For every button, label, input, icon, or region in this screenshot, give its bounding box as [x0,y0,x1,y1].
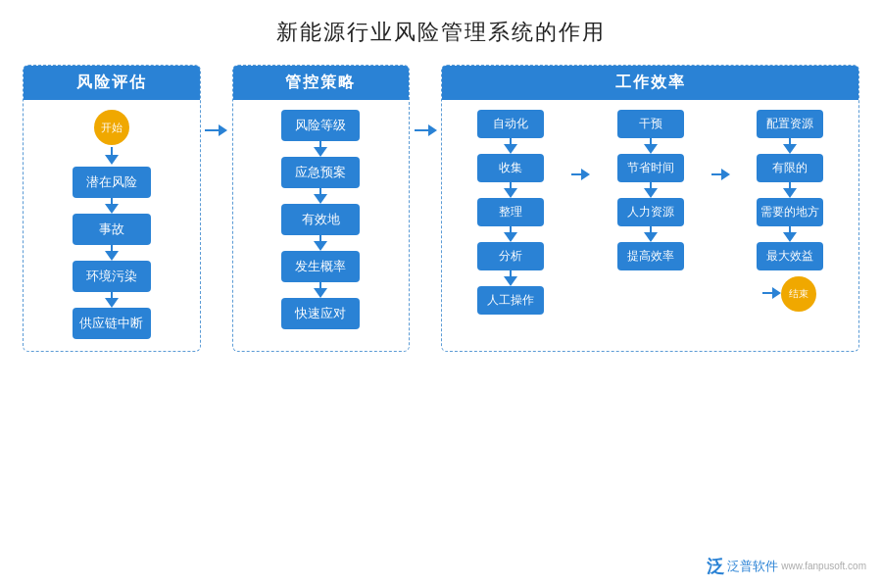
connector-2-3 [415,65,436,352]
box-有限的: 有限的 [757,154,823,182]
box-干预: 干预 [617,110,684,138]
risk-item-2: 环境污染 [73,261,151,308]
section-header-risk: 风险评估 [24,66,200,100]
risk-item-1: 事故 [73,214,151,261]
box-应急预案: 应急预案 [281,157,360,188]
section-header-work: 工作效率 [442,66,858,100]
diagram-area: 风险评估 开始 潜在风险 事故 [0,65,882,352]
section-control-strategy: 管控策略 风险等级 应急预案 有效地 发生概率 [232,65,411,352]
box-有效地: 有效地 [281,204,360,235]
start-circle: 开始 [94,110,129,145]
section-work-efficiency: 工作效率 自动化 收集 整理 分析 人工操作 [441,65,859,352]
box-事故: 事故 [73,214,151,245]
ctrl-item-2: 有效地 [281,204,360,251]
box-发生概率: 发生概率 [281,251,360,282]
section-header-control: 管控策略 [233,66,410,100]
work-col-arrow-2 [711,110,729,180]
box-风险等级: 风险等级 [281,110,360,141]
end-circle: 结束 [781,276,816,312]
risk-item-0: 潜在风险 [73,167,151,214]
box-供应链中断: 供应链中断 [73,308,151,339]
box-配置资源: 配置资源 [757,110,823,138]
box-潜在风险: 潜在风险 [73,167,151,198]
work-inner: 自动化 收集 整理 分析 人工操作 干预 节省时间 [450,110,851,315]
box-人力资源: 人力资源 [617,198,684,226]
work-col-3: 配置资源 有限的 需要的地方 最大效益 结束 [729,110,851,312]
work-col-arrow-1 [571,110,589,180]
box-快速应对: 快速应对 [281,298,360,329]
ctrl-item-4: 快速应对 [281,298,360,329]
page-title: 新能源行业风险管理系统的作用 [0,0,882,61]
main-container: 新能源行业风险管理系统的作用 风险评估 开始 潜在风险 [0,0,882,588]
box-提高效率: 提高效率 [617,242,684,270]
watermark: 泛 泛普软件 www.fanpusoft.com [707,555,866,578]
box-收集: 收集 [477,154,544,182]
box-最大效益: 最大效益 [757,242,823,270]
box-需要的地方: 需要的地方 [757,198,823,226]
box-环境污染: 环境污染 [73,261,151,292]
connector-1-2 [206,65,227,352]
box-分析: 分析 [477,242,544,270]
work-col-1: 自动化 收集 整理 分析 人工操作 [450,110,571,315]
ctrl-item-1: 应急预案 [281,157,360,204]
ctrl-item-0: 风险等级 [281,110,360,157]
box-人工操作: 人工操作 [477,286,544,315]
box-节省时间: 节省时间 [617,154,684,182]
box-整理: 整理 [477,198,544,226]
risk-item-3: 供应链中断 [73,308,151,339]
work-col-2: 干预 节省时间 人力资源 提高效率 [589,110,710,270]
section-risk-assessment: 风险评估 开始 潜在风险 事故 [23,65,201,352]
box-自动化: 自动化 [477,110,544,138]
ctrl-item-3: 发生概率 [281,251,360,298]
